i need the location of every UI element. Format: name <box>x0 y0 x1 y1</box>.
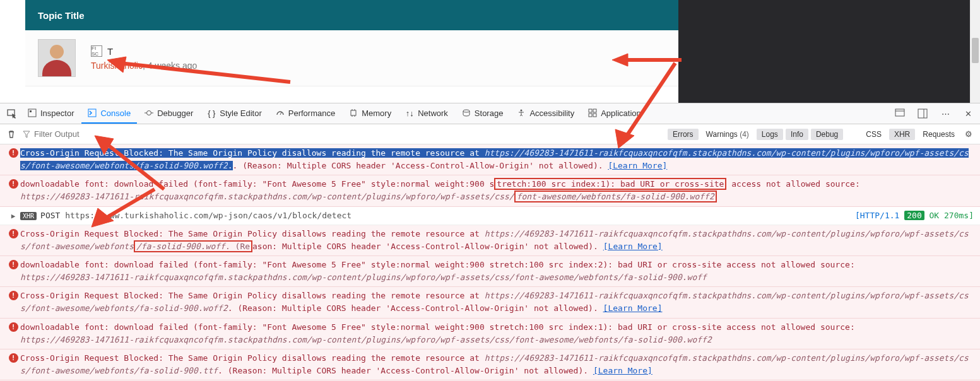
col-topic-title: Topic Title <box>38 10 728 21</box>
console-error-row[interactable]: ! Cross-Origin Request Blocked: The Same… <box>0 349 980 380</box>
svg-rect-15 <box>589 109 592 112</box>
console-icon <box>88 108 97 117</box>
console-error-row[interactable]: ! downloadable font: download failed (fo… <box>0 256 980 287</box>
page-scrollbar[interactable] <box>970 0 980 103</box>
filter-css[interactable]: CSS <box>861 129 887 140</box>
clear-console-icon[interactable] <box>5 128 18 141</box>
svg-rect-8 <box>351 110 356 115</box>
svg-line-7 <box>280 112 281 115</box>
tab-memory[interactable]: Memory <box>343 103 398 124</box>
more-icon[interactable]: ⋯ <box>937 105 953 122</box>
topic-cell: FI SC T Turkishaholic, 4 weeks ago <box>76 45 728 71</box>
svg-point-13 <box>463 110 469 112</box>
filter-info[interactable]: Info <box>786 129 808 140</box>
dark-sidebar <box>678 0 980 103</box>
svg-point-4 <box>147 111 151 115</box>
console-settings-icon[interactable]: ⚙ <box>962 129 975 139</box>
pick-element-icon[interactable] <box>4 105 20 122</box>
close-devtools-icon[interactable]: ✕ <box>960 105 976 122</box>
network-icon: ↑↓ <box>405 108 414 117</box>
console-error-row[interactable]: ! Cross-Origin Request Blocked: The Same… <box>0 225 980 256</box>
filter-requests[interactable]: Requests <box>918 129 960 140</box>
tab-network[interactable]: ↑↓Network <box>399 103 454 124</box>
topic-meta: Turkishaholic, 4 weeks ago <box>91 61 728 71</box>
xhr-badge: XHR <box>20 212 37 220</box>
svg-rect-19 <box>895 109 904 116</box>
error-icon: ! <box>9 179 18 189</box>
tab-storage[interactable]: Storage <box>456 103 510 124</box>
topic-author-link[interactable]: Turkishaholic <box>91 61 143 71</box>
console-error-row[interactable]: ! downloadable font: download failed (fo… <box>0 319 980 349</box>
dock-side-icon[interactable] <box>914 105 931 122</box>
error-icon: ! <box>9 229 18 238</box>
accessibility-icon <box>517 108 526 117</box>
filter-output-field[interactable] <box>23 129 149 139</box>
learn-more-link[interactable]: [Learn More] <box>593 366 652 375</box>
console-filter-bar: Errors Warnings (4) Logs Info Debug CSS … <box>0 124 980 144</box>
svg-rect-18 <box>593 114 596 117</box>
devtools-tabbar: Inspector Console Debugger { }Style Edit… <box>0 103 980 124</box>
svg-rect-2 <box>30 110 32 112</box>
tab-performance[interactable]: Performance <box>269 103 341 124</box>
avatar[interactable] <box>38 39 76 77</box>
filter-errors[interactable]: Errors <box>668 129 699 140</box>
svg-rect-1 <box>28 109 36 117</box>
error-icon: ! <box>9 148 18 158</box>
topic-age: 4 weeks ago <box>148 61 198 71</box>
learn-more-link[interactable]: [Learn More] <box>608 161 667 170</box>
error-icon: ! <box>9 260 18 269</box>
styleeditor-icon: { } <box>207 108 216 117</box>
learn-more-link[interactable]: [Learn More] <box>603 303 663 313</box>
tab-debugger[interactable]: Debugger <box>138 103 199 124</box>
memory-icon <box>349 108 358 117</box>
tab-inspector[interactable]: Inspector <box>21 103 80 124</box>
topic-title-text[interactable]: T <box>107 46 113 57</box>
console-error-row[interactable]: ! downloadable font: download failed (fo… <box>0 175 980 206</box>
funnel-icon <box>23 131 30 138</box>
topic-badge-icon: FI SC <box>91 45 102 57</box>
error-icon: ! <box>9 353 18 363</box>
storage-icon <box>462 108 471 117</box>
learn-more-link[interactable]: [Learn More] <box>603 242 663 251</box>
performance-icon <box>276 108 285 117</box>
filter-debug[interactable]: Debug <box>811 129 843 140</box>
console-xhr-row[interactable]: ▶ XHRPOST https://www.turkishaholic.com/… <box>0 207 980 225</box>
inspector-icon <box>28 108 37 117</box>
forum-panel: Topic Title Posts Views Last Post FI SC … <box>0 0 980 103</box>
expand-chevron-icon[interactable]: ▶ <box>11 211 16 222</box>
tab-application[interactable]: Application <box>582 103 647 124</box>
console-output: ! Cross-Origin Request Blocked: The Same… <box>0 144 980 381</box>
error-icon: ! <box>9 322 18 332</box>
console-error-row[interactable]: ! Cross-Origin Request Blocked: The Same… <box>0 144 980 175</box>
svg-point-14 <box>521 110 522 112</box>
tab-console[interactable]: Console <box>81 103 137 124</box>
tab-accessibility[interactable]: Accessibility <box>511 103 581 124</box>
filter-xhr[interactable]: XHR <box>889 129 915 140</box>
svg-rect-16 <box>593 109 596 112</box>
filter-warnings[interactable]: Warnings (4) <box>701 129 754 140</box>
xhr-status: [HTTP/1.1 200 OK 270ms] <box>855 209 974 222</box>
iframe-select-icon[interactable] <box>892 105 908 122</box>
svg-rect-21 <box>918 109 927 118</box>
filter-logs[interactable]: Logs <box>757 129 783 140</box>
debugger-icon <box>145 108 153 117</box>
application-icon <box>588 108 597 117</box>
console-error-row[interactable]: ! Cross-Origin Request Blocked: The Same… <box>0 287 980 318</box>
error-icon: ! <box>9 291 18 300</box>
tab-styleeditor[interactable]: { }Style Editor <box>201 103 268 124</box>
svg-rect-17 <box>589 114 592 117</box>
